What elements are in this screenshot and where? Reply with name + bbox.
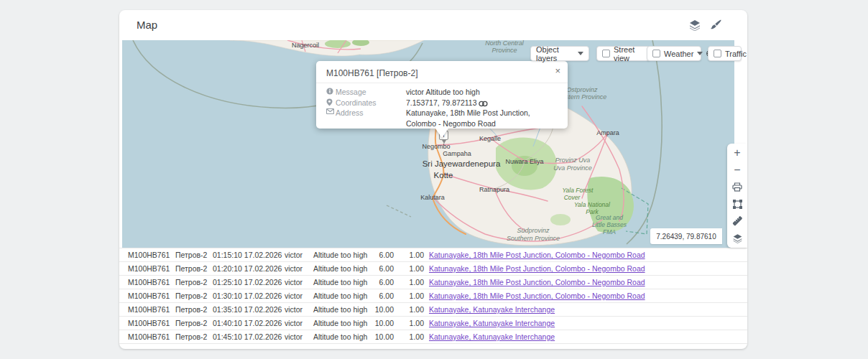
ruler-icon[interactable] xyxy=(730,215,744,228)
street-view-toggle[interactable]: Street view xyxy=(596,46,650,61)
driver-cell: Петров-2 xyxy=(175,292,213,300)
event-cell: Altitude too high xyxy=(313,305,374,314)
user-cell: victor xyxy=(285,251,313,259)
popup-label: Coordinates xyxy=(336,98,406,108)
table-row[interactable]: M100HB761Петров-201:15:10 17.02.2026vict… xyxy=(119,248,747,262)
zoom-out-button[interactable]: − xyxy=(730,164,744,177)
user-cell: victor xyxy=(285,332,313,341)
unit-cell: M100HB761 xyxy=(128,278,175,286)
address-link[interactable]: Katunayake, 18th Mile Post Junction, Col… xyxy=(429,278,645,286)
user-cell: victor xyxy=(285,264,313,273)
popup-row-coordinates: Coordinates 7.153717, 79.872113 xyxy=(326,98,559,108)
address-link[interactable]: Katunayake, Katunayake Interchange xyxy=(429,332,555,341)
layers-icon[interactable] xyxy=(688,19,701,31)
table-row[interactable]: M100HB761Петров-201:35:10 17.02.2026vict… xyxy=(119,303,747,317)
driver-cell: Петров-2 xyxy=(175,278,213,286)
time-cell: 01:35:10 17.02.2026 xyxy=(213,305,285,314)
map-canvas[interactable]: NagercoilNorth CentralProvinceOstprovinz… xyxy=(122,40,744,248)
user-cell: victor xyxy=(285,319,313,327)
chevron-down-icon[interactable] xyxy=(697,52,703,55)
user-cell: victor xyxy=(285,292,313,300)
unit-cell: M100HB761 xyxy=(128,332,175,341)
v1-cell: 10.00 xyxy=(374,319,394,327)
weather-label: Weather xyxy=(664,50,693,58)
print-icon[interactable] xyxy=(730,181,744,194)
table-row[interactable]: M100HB761Петров-201:25:10 17.02.2026vict… xyxy=(119,276,747,289)
copy-link-icon[interactable] xyxy=(479,101,488,107)
v1-cell: 10.00 xyxy=(374,332,394,341)
driver-cell: Петров-2 xyxy=(175,305,213,314)
user-cell: victor xyxy=(285,305,313,314)
event-cell: Altitude too high xyxy=(313,264,374,273)
driver-cell: Петров-2 xyxy=(175,264,213,273)
panel-header: Map xyxy=(119,10,747,40)
driver-cell: Петров-2 xyxy=(175,251,213,259)
address-link[interactable]: Katunayake, Katunayake Interchange xyxy=(429,319,555,327)
unit-cell: M100HB761 xyxy=(128,319,175,327)
address-cell: Katunayake, 18th Mile Post Junction, Col… xyxy=(429,292,747,300)
map-panel: Map xyxy=(119,10,747,349)
popup-label: Address xyxy=(336,108,406,129)
envelope-icon xyxy=(326,108,336,129)
layers-icon[interactable] xyxy=(730,232,744,245)
table-row[interactable]: M100HB761Петров-201:20:10 17.02.2026vict… xyxy=(119,262,747,276)
event-cell: Altitude too high xyxy=(313,251,374,259)
traffic-label: Traffic xyxy=(725,50,747,58)
zoom-in-button[interactable]: + xyxy=(730,146,744,159)
unit-cell: M100HB761 xyxy=(128,251,175,259)
event-cell: Altitude too high xyxy=(313,292,374,300)
v2-cell: 1.00 xyxy=(394,292,424,300)
time-cell: 01:40:10 17.02.2026 xyxy=(213,319,285,327)
v1-cell: 10.00 xyxy=(374,305,394,314)
unit-cell: M100HB761 xyxy=(128,305,175,314)
popup-row-address: Address Katunayake, 18th Mile Post Junct… xyxy=(326,108,559,129)
address-link[interactable]: Katunayake, 18th Mile Post Junction, Col… xyxy=(429,264,645,273)
address-link[interactable]: Katunayake, 18th Mile Post Junction, Col… xyxy=(429,292,645,300)
location-pin-icon xyxy=(326,98,336,108)
traffic-toggle[interactable]: Traffic xyxy=(708,46,742,61)
object-layers-dropdown[interactable]: Object layers xyxy=(530,46,589,61)
map-tools-panel: + − xyxy=(727,144,747,248)
time-cell: 01:45:10 17.02.2026 xyxy=(213,332,285,341)
time-cell: 01:30:10 17.02.2026 xyxy=(213,292,285,300)
table-row[interactable]: M100HB761Петров-201:30:10 17.02.2026vict… xyxy=(119,289,747,303)
user-cell: victor xyxy=(285,278,313,286)
brush-icon[interactable] xyxy=(710,19,723,31)
table-row[interactable]: M100HB761Петров-201:45:10 17.02.2026vict… xyxy=(119,330,747,344)
v1-cell: 6.00 xyxy=(374,264,394,273)
info-icon xyxy=(326,87,336,98)
popup-address-value: Katunayake, 18th Mile Post Junction, Col… xyxy=(406,108,559,129)
weather-toggle[interactable]: Weather xyxy=(647,46,701,61)
driver-cell: Петров-2 xyxy=(175,332,213,341)
v1-cell: 6.00 xyxy=(374,292,394,300)
v2-cell: 1.00 xyxy=(394,264,424,273)
table-row[interactable]: M100HB761Петров-201:40:10 17.02.2026vict… xyxy=(119,317,747,330)
popup-row-message: Message victor Altitude too high xyxy=(326,87,559,98)
chevron-down-icon xyxy=(578,52,583,55)
close-icon[interactable]: × xyxy=(555,66,560,76)
address-link[interactable]: Katunayake, Katunayake Interchange xyxy=(429,305,555,314)
popup-label: Message xyxy=(336,87,406,98)
event-cell: Altitude too high xyxy=(313,278,374,286)
v1-cell: 6.00 xyxy=(374,251,394,259)
driver-cell: Петров-2 xyxy=(175,319,213,327)
weather-checkbox[interactable] xyxy=(652,50,660,57)
selection-area-icon[interactable] xyxy=(730,197,744,210)
page-title: Map xyxy=(137,19,157,31)
street-view-checkbox[interactable] xyxy=(602,50,610,57)
unit-popup: M100HB761 [Петров-2] × Message victor Al… xyxy=(316,61,568,129)
v2-cell: 1.00 xyxy=(394,319,424,327)
street-view-label: Street view xyxy=(614,45,645,62)
traffic-checkbox[interactable] xyxy=(714,50,721,57)
time-cell: 01:25:10 17.02.2026 xyxy=(213,278,285,286)
address-cell: Katunayake, 18th Mile Post Junction, Col… xyxy=(429,264,747,273)
v2-cell: 1.00 xyxy=(394,278,424,286)
address-link[interactable]: Katunayake, 18th Mile Post Junction, Col… xyxy=(429,251,645,259)
address-cell: Katunayake, Katunayake Interchange xyxy=(429,319,747,327)
v2-cell: 1.00 xyxy=(394,305,424,314)
object-layers-label: Object layers xyxy=(536,45,574,62)
v2-cell: 1.00 xyxy=(394,251,424,259)
v1-cell: 6.00 xyxy=(374,278,394,286)
event-cell: Altitude too high xyxy=(313,319,374,327)
unit-cell: M100HB761 xyxy=(128,264,175,273)
